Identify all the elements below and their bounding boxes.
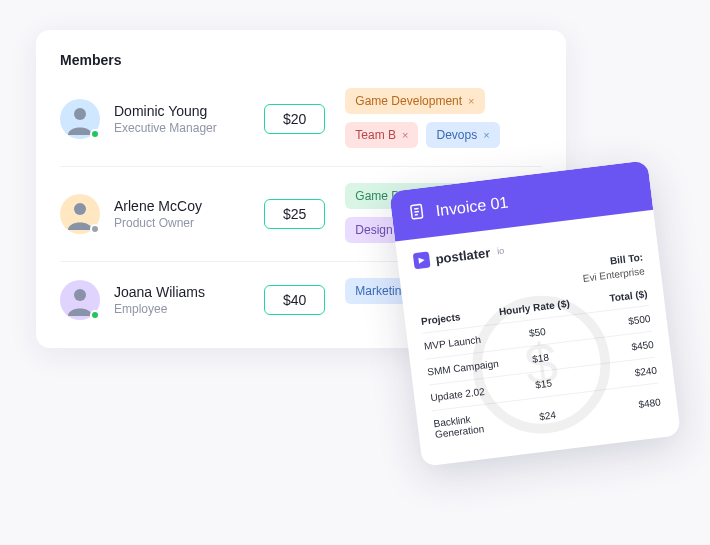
tag-label: Game Development bbox=[355, 94, 462, 108]
member-role: Employee bbox=[114, 302, 264, 316]
member-row: Dominic YoungExecutive Manager$20Game De… bbox=[60, 84, 542, 166]
member-role: Executive Manager bbox=[114, 121, 264, 135]
invoice-total: $480 bbox=[585, 396, 662, 416]
invoice-icon bbox=[407, 202, 428, 226]
invoice-total: $450 bbox=[578, 339, 655, 359]
invoice-rate: $50 bbox=[499, 322, 576, 342]
col-projects: Projects bbox=[420, 307, 497, 327]
invoice-project: Backlink Generation bbox=[433, 409, 511, 440]
avatar bbox=[60, 280, 100, 320]
svg-line-7 bbox=[414, 208, 418, 209]
tag-label: Devops bbox=[436, 128, 477, 142]
rate-input[interactable]: $40 bbox=[264, 285, 325, 315]
tag-remove-icon[interactable]: × bbox=[402, 129, 408, 141]
brand-name: postlater bbox=[435, 245, 491, 267]
col-total: Total ($) bbox=[571, 288, 648, 308]
invoice-rate: $24 bbox=[509, 405, 586, 425]
invoice-rate: $18 bbox=[502, 348, 579, 368]
col-rate: Hourly Rate ($) bbox=[496, 297, 573, 317]
member-name: Joana Wiliams bbox=[114, 284, 264, 300]
invoice-project: SMM Campaign bbox=[427, 357, 504, 377]
member-name: Dominic Young bbox=[114, 103, 264, 119]
status-dot bbox=[90, 129, 100, 139]
invoice-rate: $15 bbox=[505, 374, 582, 394]
invoice-project: MVP Launch bbox=[423, 332, 500, 352]
status-dot bbox=[90, 224, 100, 234]
invoice-project: Update 2.02 bbox=[430, 383, 507, 403]
member-info: Dominic YoungExecutive Manager bbox=[114, 103, 264, 135]
invoice-total: $240 bbox=[581, 365, 658, 385]
avatar bbox=[60, 99, 100, 139]
invoice-total: $500 bbox=[574, 313, 651, 333]
invoice-body: $ postlater io Bill To: Evi Enterprise P… bbox=[395, 210, 681, 467]
member-name: Arlene McCoy bbox=[114, 198, 264, 214]
avatar bbox=[60, 194, 100, 234]
tag-list: Game Development×Team B×Devops× bbox=[345, 88, 542, 148]
svg-point-3 bbox=[74, 203, 86, 215]
member-info: Joana WiliamsEmployee bbox=[114, 284, 264, 316]
tag-label: Team B bbox=[355, 128, 396, 142]
member-info: Arlene McCoyProduct Owner bbox=[114, 198, 264, 230]
svg-point-1 bbox=[74, 108, 86, 120]
rate-input[interactable]: $25 bbox=[264, 199, 325, 229]
brand-logo-icon bbox=[413, 251, 431, 269]
rate-input[interactable]: $20 bbox=[264, 104, 325, 134]
status-dot bbox=[90, 310, 100, 320]
tag-remove-icon[interactable]: × bbox=[468, 95, 474, 107]
brand-suffix: io bbox=[496, 245, 504, 256]
tag[interactable]: Game Development× bbox=[345, 88, 484, 114]
tag-remove-icon[interactable]: × bbox=[483, 129, 489, 141]
invoice-title: Invoice 01 bbox=[435, 194, 510, 221]
invoice-card: Invoice 01 $ postlater io Bill To: Evi E… bbox=[389, 160, 681, 467]
member-role: Product Owner bbox=[114, 216, 264, 230]
tag[interactable]: Devops× bbox=[426, 122, 499, 148]
svg-point-5 bbox=[74, 289, 86, 301]
members-title: Members bbox=[60, 52, 542, 68]
tag[interactable]: Team B× bbox=[345, 122, 418, 148]
svg-line-8 bbox=[414, 211, 418, 212]
